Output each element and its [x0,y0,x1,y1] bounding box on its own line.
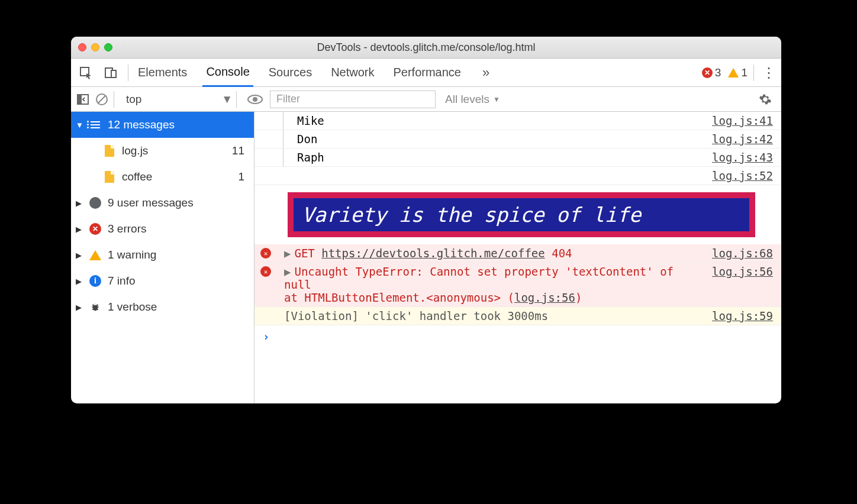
sidebar-item-label: 1 verbose [108,301,157,314]
log-row[interactable]: Raph log.js:43 [254,148,781,167]
http-status: 404 [552,247,572,260]
styled-log-row: Variety is the spice of life [254,185,781,244]
sidebar-item-verbose[interactable]: ▶ 1 verbose [71,294,254,320]
tab-console[interactable]: Console [202,59,253,87]
divider [114,91,114,108]
warning-icon [89,250,102,260]
tab-elements[interactable]: Elements [134,59,191,86]
sidebar-toggle-icon[interactable] [75,94,91,105]
panel-tabs: Elements Console Sources Network Perform… [134,59,489,86]
error-row[interactable]: ✕ ▶ GET https://devtools.glitch.me/coffe… [254,244,781,263]
sidebar-item-label: 3 errors [108,222,146,235]
violation-row[interactable]: [Violation] 'click' handler took 3000ms … [254,307,781,325]
inspect-icon[interactable] [75,63,97,83]
user-icon [89,197,102,209]
stack-frame: at HTMLButtonElement.<anonymous> ( [284,291,514,304]
chevron-right-icon: ▶ [284,247,291,260]
sidebar-item-count: 11 [232,144,244,157]
chevron-right-icon: ▶ [76,277,83,286]
svg-rect-2 [111,70,116,77]
divider [753,64,754,81]
clear-console-icon[interactable] [94,93,110,106]
list-icon [89,121,102,128]
log-text: Don [297,133,317,146]
sidebar-item-label: log.js [122,144,148,157]
sidebar-item-label: 9 user messages [108,196,194,209]
http-method: GET [294,247,314,260]
source-link[interactable]: log.js:42 [700,133,773,146]
log-text: Raph [297,151,324,164]
tab-network[interactable]: Network [327,59,378,86]
error-icon: ✕ [260,266,271,277]
source-link[interactable]: log.js:52 [700,169,773,182]
chevron-down-icon: ▼ [221,93,233,106]
warning-count: 1 [741,66,748,79]
source-link[interactable]: log.js:43 [700,151,773,164]
window-title: DevTools - devtools.glitch.me/console/lo… [71,41,781,54]
sidebar-item-label: 12 messages [108,118,175,131]
error-icon: ✕ [702,67,713,78]
sidebar-item-errors[interactable]: ▶ ✕ 3 errors [71,216,254,242]
error-icon: ✕ [260,248,271,259]
sidebar-file-item[interactable]: coffee 1 [71,164,254,190]
console-prompt[interactable]: › [254,325,781,348]
levels-label: All levels [445,93,489,106]
more-tabs-icon[interactable]: » [482,65,489,80]
error-row[interactable]: ✕ ▶Uncaught TypeError: Cannot set proper… [254,263,781,307]
error-icon: ✕ [89,223,102,235]
chevron-right-icon: ▶ [76,303,83,312]
source-link[interactable]: log.js:59 [700,309,773,322]
main-area: ▼ 12 messages log.js 11 coffee 1 ▶ 9 use… [71,112,781,403]
divider [128,64,128,81]
settings-icon[interactable] [759,93,772,106]
console-sidebar: ▼ 12 messages log.js 11 coffee 1 ▶ 9 use… [71,112,254,403]
live-expression-icon[interactable] [247,94,263,105]
sidebar-item-label: 7 info [108,274,135,287]
sidebar-item-label: coffee [122,170,152,183]
context-selector[interactable]: top ▼ [126,93,233,106]
log-text: Mike [297,114,324,127]
source-link[interactable]: log.js:56 [700,265,773,304]
chevron-down-icon: ▼ [76,121,83,130]
log-row[interactable]: Don log.js:42 [254,130,781,148]
prompt-icon: › [263,330,269,343]
violation-text: [Violation] 'click' handler took 3000ms [284,309,548,322]
log-levels-selector[interactable]: All levels ▼ [445,93,500,106]
chevron-down-icon: ▼ [493,95,500,104]
info-icon: i [89,275,102,287]
sidebar-item-warnings[interactable]: ▶ 1 warning [71,242,254,268]
source-link[interactable]: log.js:56 [514,291,575,304]
error-message: Uncaught TypeError: Cannot set property … [284,265,674,291]
log-row[interactable]: log.js:52 [254,167,781,185]
error-count: 3 [715,66,721,79]
tab-performance[interactable]: Performance [390,59,465,86]
file-icon [103,171,116,183]
error-badge[interactable]: ✕ 3 [702,66,721,79]
kebab-menu-icon[interactable]: ⋮ [760,64,778,81]
sidebar-item-user-messages[interactable]: ▶ 9 user messages [71,190,254,216]
warning-badge[interactable]: 1 [728,66,748,79]
context-label: top [126,93,141,106]
filter-input[interactable] [270,91,436,108]
request-url[interactable]: https://devtools.glitch.me/coffee [321,247,545,260]
source-link[interactable]: log.js:68 [700,247,773,260]
file-icon [103,145,116,157]
warning-icon [728,68,739,77]
console-toolbar: top ▼ All levels ▼ [71,87,781,112]
devtools-window: DevTools - devtools.glitch.me/console/lo… [71,37,781,403]
chevron-right-icon: ▶ [284,265,291,278]
source-link[interactable]: log.js:41 [700,114,773,127]
log-row[interactable]: Mike log.js:41 [254,112,781,130]
sidebar-item-messages[interactable]: ▼ 12 messages [71,112,254,138]
chevron-right-icon: ▶ [76,225,83,234]
sidebar-item-count: 1 [238,170,244,183]
device-toggle-icon[interactable] [99,63,122,83]
chevron-right-icon: ▶ [76,199,83,208]
console-output: Mike log.js:41 Don log.js:42 Raph log.js… [254,112,781,403]
sidebar-item-info[interactable]: ▶ i 7 info [71,268,254,294]
bug-icon [89,301,102,313]
tab-sources[interactable]: Sources [265,59,315,86]
sidebar-file-item[interactable]: log.js 11 [71,138,254,164]
chevron-right-icon: ▶ [76,251,83,260]
divider [236,91,237,108]
